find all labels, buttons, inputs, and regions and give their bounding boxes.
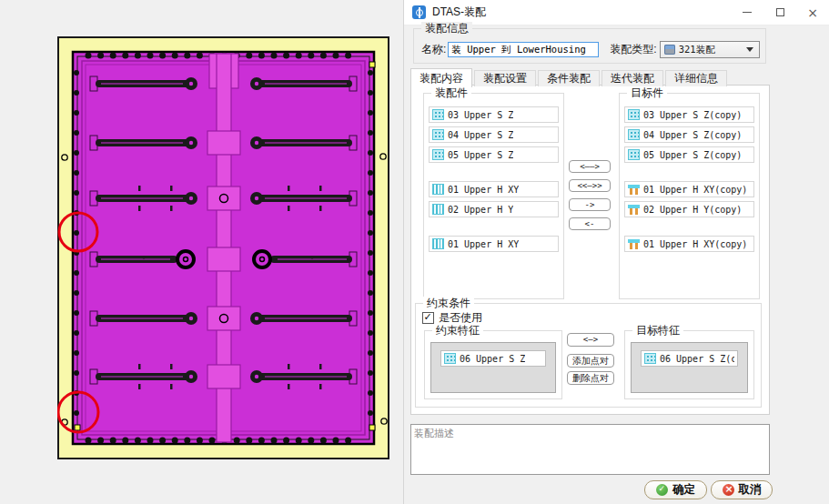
cancel-button[interactable]: 取消 xyxy=(711,480,773,499)
assembly-type-select[interactable]: 321装配 xyxy=(660,41,760,58)
surface-icon xyxy=(432,109,444,120)
part-item[interactable]: 02 Upper H Y xyxy=(429,201,559,217)
part-item[interactable]: 01 Upper H XY xyxy=(429,236,559,252)
source-parts-group-label: 装配件 xyxy=(431,86,471,99)
source-parts-list: 03 Upper S Z 04 Upper S Z 05 Upper S Z 0… xyxy=(429,106,559,256)
surface-icon xyxy=(628,109,640,120)
constraint-group-label: 约束条件 xyxy=(423,297,474,309)
tab-panel-assembly-content: 装配件 03 Upper S Z 04 Upper S Z 05 Upper S… xyxy=(410,85,770,415)
target-parts-list: 03 Upper S Z(copy) 04 Upper S Z(copy) 05… xyxy=(624,106,754,256)
maximize-icon xyxy=(776,8,784,16)
close-button[interactable]: × xyxy=(796,0,829,25)
window-title: DTAS-装配 xyxy=(432,5,486,20)
assembly-type-value: 321装配 xyxy=(679,44,715,56)
part-item[interactable]: 01 Upper H XY(copy) xyxy=(624,236,754,252)
target-feature-group-label: 目标特征 xyxy=(632,324,683,337)
surface-icon xyxy=(432,149,444,160)
tab-assembly-settings[interactable]: 装配设置 xyxy=(474,70,536,86)
use-constraint-checkbox[interactable] xyxy=(422,312,434,324)
name-label: 名称: xyxy=(421,42,446,57)
constraint-conditions-group: 约束条件 是否使用 约束特征 06 Upper S Z <—> 添加点对 删除点… xyxy=(415,303,762,408)
cancel-x-icon xyxy=(723,484,734,496)
cad-assembly-drawing[interactable] xyxy=(57,36,389,459)
target-feature-item[interactable]: 06 Upper S Z(copy) xyxy=(641,350,738,367)
close-icon: × xyxy=(807,6,818,19)
part-item[interactable]: 02 Upper H Y(copy) xyxy=(624,201,754,217)
source-parts-group: 装配件 03 Upper S Z 04 Upper S Z 05 Upper S… xyxy=(423,93,564,299)
hole-icon xyxy=(432,204,444,215)
part-item[interactable]: 01 Upper H XY xyxy=(429,181,559,197)
minimize-button[interactable] xyxy=(731,0,763,25)
assembly-name-input[interactable] xyxy=(448,42,599,57)
surface-icon xyxy=(644,353,656,364)
surface-icon xyxy=(432,129,444,140)
assembly-type-icon xyxy=(664,45,675,55)
hole-icon xyxy=(432,238,444,249)
part-item[interactable]: 04 Upper S Z(copy) xyxy=(624,126,754,143)
ok-button-label: 确定 xyxy=(672,482,695,498)
cad-viewport-area xyxy=(0,0,403,504)
ok-button[interactable]: 确定 xyxy=(644,480,707,499)
pin-icon xyxy=(628,184,640,195)
target-feature-group: 目标特征 06 Upper S Z(copy) xyxy=(624,330,754,399)
assembly-info-group-label: 装配信息 xyxy=(421,22,472,35)
constraint-link-button[interactable]: <—> xyxy=(567,333,614,347)
assembly-info-group: 装配信息 名称: 装配类型: 321装配 xyxy=(413,28,766,64)
part-item[interactable]: 05 Upper S Z(copy) xyxy=(624,146,754,163)
maximize-button[interactable] xyxy=(763,0,796,25)
move-right-button[interactable]: -> xyxy=(569,198,611,211)
tab-conditional-assembly[interactable]: 条件装配 xyxy=(538,70,600,86)
remove-point-pair-button[interactable]: 删除点对 xyxy=(567,371,614,385)
type-label: 装配类型: xyxy=(610,42,656,57)
tab-details[interactable]: 详细信息 xyxy=(665,70,727,86)
part-item[interactable]: 03 Upper S Z(copy) xyxy=(624,106,754,123)
add-point-pair-button[interactable]: 添加点对 xyxy=(567,354,614,368)
pin-icon xyxy=(628,238,640,249)
constraint-feature-group: 约束特征 06 Upper S Z xyxy=(424,330,562,399)
pin-icon xyxy=(628,204,640,215)
surface-icon xyxy=(628,149,640,160)
ok-check-icon xyxy=(656,484,668,496)
part-item[interactable]: 04 Upper S Z xyxy=(429,126,559,143)
part-item[interactable]: 05 Upper S Z xyxy=(429,146,559,163)
tab-strip: 装配内容 装配设置 条件装配 迭代装配 详细信息 xyxy=(410,67,729,86)
target-parts-group-label: 目标件 xyxy=(627,86,667,99)
surface-icon xyxy=(628,129,640,140)
minimize-icon xyxy=(743,12,752,14)
link-pair-button[interactable]: <——> xyxy=(569,160,611,173)
target-parts-group: 目标件 03 Upper S Z(copy) 04 Upper S Z(copy… xyxy=(619,93,760,299)
dtas-assembly-dialog: DTAS-装配 × 装配信息 名称: 装配类型: 321装配 装配内容 装配设置… xyxy=(403,0,829,504)
app-icon xyxy=(412,5,426,19)
part-item[interactable]: 01 Upper H XY(copy) xyxy=(624,181,754,197)
assembly-description-textarea[interactable] xyxy=(410,424,770,475)
constraint-feature-group-label: 约束特征 xyxy=(432,324,483,337)
link-all-button[interactable]: <<—>> xyxy=(569,179,611,192)
target-feature-panel: 06 Upper S Z(copy) xyxy=(631,342,748,393)
tab-iterative-assembly[interactable]: 迭代装配 xyxy=(602,70,663,86)
move-left-button[interactable]: <- xyxy=(569,217,611,230)
cancel-button-label: 取消 xyxy=(739,482,762,498)
tab-assembly-content[interactable]: 装配内容 xyxy=(410,68,472,87)
constraint-feature-panel: 06 Upper S Z xyxy=(430,342,556,393)
part-item[interactable]: 03 Upper S Z xyxy=(429,106,559,123)
surface-icon xyxy=(444,353,456,364)
hole-icon xyxy=(432,184,444,195)
constraint-feature-item[interactable]: 06 Upper S Z xyxy=(440,350,546,367)
chevron-down-icon xyxy=(746,47,753,52)
